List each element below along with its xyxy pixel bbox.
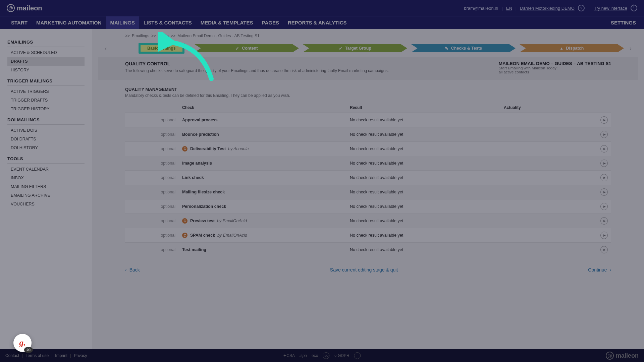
check-name: CSPAM check by EmailOnAcid [179,228,346,243]
sidebar-item-active-scheduled[interactable]: ACTIVE & SCHEDULED [7,48,85,57]
run-check-button[interactable] [600,174,608,181]
nav-lists[interactable]: LISTS & CONTACTS [139,16,196,29]
step-prev-arrow[interactable]: ‹ [103,45,108,52]
main-nav: START MARKETING AUTOMATION MAILINGS LIST… [0,16,644,29]
chevron-left-icon: ‹ [125,267,127,273]
cert-seal-icon [354,352,361,359]
nav-settings[interactable]: SETTINGS [611,16,637,29]
footer-imprint[interactable]: Imprint [55,353,67,358]
account-link[interactable]: Damen Motorkleding DEMO [520,6,575,11]
table-row: optionalApproval processNo check result … [125,113,611,127]
check-actuality [500,113,594,127]
run-check-button[interactable] [600,217,608,225]
lang-link[interactable]: EN [506,6,512,11]
table-row: optionalTest mailingNo check result avai… [125,243,611,257]
sidebar-item-inbox[interactable]: INBOX [7,174,85,182]
help-icon[interactable]: ? [578,5,585,11]
qm-heading: QUALITY MANAGEMENT [125,87,611,92]
check-result: No check result available yet [346,156,500,171]
run-check-button[interactable] [600,188,608,196]
check-name: Test mailing [179,243,346,257]
nav-automation[interactable]: MARKETING AUTOMATION [32,16,106,29]
run-check-button[interactable] [600,232,608,239]
table-row: optionalCPreview test by EmailOnAcidNo c… [125,214,611,228]
check-actuality [500,185,594,199]
step-basic-settings[interactable]: Basic settings [139,43,184,54]
footer-privacy[interactable]: Privacy [74,353,87,358]
step-content[interactable]: Content [195,44,299,52]
check-actuality [500,243,594,257]
sidebar-item-history[interactable]: HISTORY [7,66,85,74]
sidebar-item-active-triggers[interactable]: ACTIVE TRIGGERS [7,87,85,96]
save-quit-button[interactable]: Save current editing stage & quit [330,267,398,273]
step-dispatch[interactable]: Dispatch [520,44,624,52]
sidebar-item-emailing-archive[interactable]: EMAILING ARCHIVE [7,191,85,200]
sidebar-item-trigger-history[interactable]: TRIGGER HISTORY [7,105,85,113]
step-checks-tests[interactable]: Checks & Tests [411,44,516,52]
pencil-icon [445,46,448,51]
col-check: Check [179,103,346,113]
panel-desc: The following checks serve to safeguard … [125,68,389,73]
check-result: No check result available yet [346,127,500,142]
topbar: @ maileon bram@maileon.nl | EN | Damen M… [0,0,644,16]
nav-start[interactable]: START [7,16,32,29]
back-button[interactable]: ‹Back [125,267,140,273]
footer-contact[interactable]: Contact [5,353,19,358]
run-check-button[interactable] [600,131,608,138]
power-icon[interactable] [631,5,637,11]
check-actuality [500,214,594,228]
cert-gdpr: ○ GDPR [334,353,349,358]
sidebar-item-vouchers[interactable]: VOUCHERS [7,200,85,208]
wizard-actions: ‹Back Save current editing stage & quit … [98,257,638,276]
check-actuality [500,127,594,142]
side-heading-emailings: EMAILINGS [7,36,85,47]
check-result: No check result available yet [346,243,500,257]
check-result: No check result available yet [346,228,500,243]
step-basic-settings-label[interactable]: Basic settings [147,46,176,51]
crumb-drafts[interactable]: Drafts [158,34,169,38]
sidebar-item-mailing-filters[interactable]: MAILING FILTERS [7,182,85,191]
step-target-group[interactable]: Target Group [303,44,407,52]
col-result: Result [346,103,500,113]
check-icon [235,46,239,51]
run-check-button[interactable] [600,203,608,210]
optional-label: optional [125,243,179,257]
run-check-button[interactable] [600,160,608,167]
brand-logo[interactable]: @ maileon [7,4,42,12]
check-actuality [500,156,594,171]
run-check-button[interactable] [600,116,608,124]
footer-terms[interactable]: Terms of use [25,353,49,358]
footer-logo: @ maileon [606,352,639,360]
cert-eco: eco [312,353,318,358]
mailing-summary: MAILEON EMAIL DEMO – GUIDES – AB TESTING… [499,61,611,74]
step-next-arrow[interactable]: › [628,45,633,52]
nav-pages[interactable]: PAGES [258,16,283,29]
nav-mailings[interactable]: MAILINGS [106,16,139,29]
check-result: No check result available yet [346,199,500,214]
sidebar-item-doi-history[interactable]: DOI HISTORY [7,143,85,152]
sidebar-item-doi-drafts[interactable]: DOI DRAFTS [7,135,85,143]
optional-label: optional [125,171,179,185]
check-name: Link check [179,171,346,185]
check-name: Image analysis [179,156,346,171]
chevron-right-icon: › [609,267,611,273]
sidebar: EMAILINGS ACTIVE & SCHEDULED DRAFTS HIST… [0,29,92,349]
try-new-link[interactable]: Try new interface [594,6,627,11]
grammarly-count: 20 [24,347,33,353]
content: >> Emailings >> Drafts >> Maileon Email … [92,29,644,349]
cert-iso: ISO [323,352,329,359]
topbar-right: bram@maileon.nl | EN | Damen Motorkledin… [464,5,637,11]
run-check-button[interactable] [600,246,608,253]
run-check-button[interactable] [600,145,608,153]
sidebar-item-active-dois[interactable]: ACTIVE DOIS [7,126,85,135]
nav-media[interactable]: MEDIA & TEMPLATES [196,16,258,29]
sidebar-item-event-calendar[interactable]: EVENT CALENDAR [7,165,85,174]
logo-icon: @ [606,352,614,360]
col-actuality: Actuality [500,103,594,113]
sidebar-item-trigger-drafts[interactable]: TRIGGER DRAFTS [7,96,85,105]
logo-icon: @ [7,4,15,12]
continue-button[interactable]: Continue› [588,267,611,273]
sidebar-item-drafts[interactable]: DRAFTS [7,57,85,66]
nav-reports[interactable]: REPORTS & ANALYTICS [283,16,351,29]
grammarly-badge[interactable]: g.20 [13,334,32,352]
